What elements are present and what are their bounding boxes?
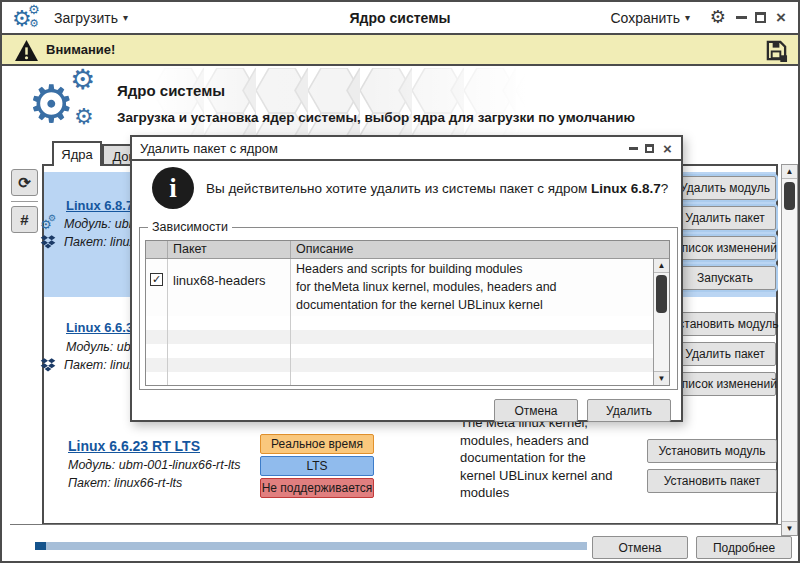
refresh-button[interactable]: ⟳ — [11, 169, 38, 196]
table-row — [146, 358, 669, 372]
save-menu-label: Сохранить — [610, 10, 680, 26]
page-gears-icon: ⚙ ⚙ ⚙ — [28, 70, 114, 142]
sidebar-divider — [11, 201, 38, 202]
install-package-button[interactable]: Установить пакет — [647, 469, 777, 493]
changelog-button[interactable]: Список изменений — [674, 372, 776, 396]
numbering-button[interactable]: # — [11, 206, 38, 233]
content-bottom-border — [10, 524, 781, 525]
delete-kernel-dialog: Удалить пакет с ядром × i Вы действитель… — [130, 135, 683, 422]
badge-lts: LTS — [260, 456, 374, 476]
kernel-3-description: The Meta linux kernel, modules, headers … — [460, 414, 620, 502]
progress-fill — [35, 542, 46, 550]
minimize-button[interactable] — [732, 2, 750, 33]
run-button[interactable]: Запускать — [674, 266, 776, 290]
warning-text: Внимание! — [46, 42, 115, 57]
dialog-close-button[interactable]: × — [660, 137, 675, 159]
chevron-down-icon: ▾ — [123, 12, 128, 23]
maximize-button[interactable] — [751, 2, 769, 33]
dialog-maximize-button[interactable] — [642, 137, 657, 159]
warning-bar: Внимание! — [2, 35, 798, 66]
remove-package-button[interactable]: Удалить пакет — [674, 206, 776, 230]
hash-icon: # — [20, 211, 28, 228]
title-bar: ⚙ ⚙ ⚙ Загрузить ▾ Ядро системы Сохранить… — [2, 2, 798, 35]
hexagon-fade — [152, 68, 542, 140]
dialog-cancel-button[interactable]: Отмена — [494, 399, 578, 422]
table-header: Пакет Описание — [146, 241, 669, 259]
badge-realtime: Реальное время — [260, 434, 374, 454]
dialog-minimize-button[interactable] — [626, 137, 641, 159]
remove-package-button[interactable]: Удалить пакет — [674, 342, 776, 366]
checkbox-column-header — [146, 241, 168, 258]
badge-unsupported: Не поддерживается — [260, 478, 374, 498]
settings-gear-icon[interactable]: ⚙ — [710, 8, 726, 26]
main-scrollbar[interactable]: ▲ ▼ — [781, 164, 798, 536]
footer-cancel-button[interactable]: Отмена — [592, 536, 688, 559]
dependencies-group: Зависимости Пакет Описание ✓ linux68-hea… — [139, 220, 678, 390]
table-row — [146, 344, 669, 358]
page-title: Ядро системы — [117, 82, 225, 99]
dependency-checkbox[interactable]: ✓ — [150, 273, 163, 286]
scroll-thumb[interactable] — [784, 182, 795, 210]
scroll-thumb[interactable] — [656, 275, 667, 313]
tab-kernels[interactable]: Ядра — [52, 141, 102, 166]
dialog-title-bar: Удалить пакет с ядром × — [132, 137, 681, 161]
description-column-header: Описание — [291, 241, 669, 258]
table-row[interactable]: ✓ linux68-headers Headers and scripts fo… — [146, 259, 669, 316]
scroll-down-icon[interactable]: ▼ — [782, 521, 797, 535]
install-module-button[interactable]: Установить модуль — [647, 439, 777, 463]
module-gears-icon: ⚙ ⚙ — [40, 216, 58, 232]
dependency-description: Headers and scripts for building modules… — [291, 259, 669, 316]
info-icon: i — [152, 167, 194, 209]
table-row — [146, 330, 669, 344]
dependencies-label: Зависимости — [148, 220, 232, 234]
package-icon — [40, 234, 56, 250]
dialog-title: Удалить пакет с ядром — [140, 141, 278, 156]
load-menu-label: Загрузить — [54, 10, 118, 26]
install-module-button[interactable]: Установить модуль — [674, 312, 776, 336]
table-row — [146, 372, 669, 386]
footer-details-button[interactable]: Подробнее — [696, 536, 792, 559]
dependency-package-name: linux68-headers — [168, 259, 291, 316]
refresh-icon: ⟳ — [18, 174, 31, 192]
kernel-3-module: Модуль: ubm-001-linux66-rt-lts — [68, 458, 240, 472]
kernel-link-1[interactable]: Linux 6.8.7 — [66, 198, 133, 213]
load-menu-button[interactable]: Загрузить ▾ — [54, 2, 128, 33]
save-disk-icon[interactable] — [765, 39, 788, 62]
remove-module-button[interactable]: Удалить модуль — [674, 176, 776, 200]
table-scrollbar[interactable]: ▲ ▼ — [653, 259, 669, 385]
close-button[interactable]: × — [772, 2, 790, 33]
kernel-3-package: Пакет: linux66-rt-lts — [68, 476, 182, 490]
app-gears-icon: ⚙ ⚙ ⚙ — [12, 4, 46, 32]
dependencies-table: Пакет Описание ✓ linux68-headers Headers… — [145, 240, 670, 386]
page-subtitle: Загрузка и установка ядер системы, выбор… — [117, 110, 635, 125]
package-icon — [40, 357, 56, 373]
app-window: ⚙ ⚙ ⚙ Загрузить ▾ Ядро системы Сохранить… — [0, 0, 800, 563]
dialog-message: Вы действительно хотите удалить из систе… — [206, 181, 668, 196]
save-menu-button[interactable]: Сохранить ▾ — [610, 2, 690, 33]
scroll-up-icon[interactable]: ▲ — [782, 165, 797, 179]
scroll-up-icon[interactable]: ▲ — [654, 259, 669, 273]
scroll-down-icon[interactable]: ▼ — [654, 371, 669, 385]
changelog-button[interactable]: Список изменений — [674, 236, 776, 260]
table-row — [146, 316, 669, 330]
warning-icon — [14, 39, 39, 62]
package-column-header: Пакет — [168, 241, 291, 258]
progress-bar — [35, 542, 587, 550]
kernel-link-3[interactable]: Linux 6.6.23 RT LTS — [68, 438, 200, 454]
chevron-down-icon: ▾ — [685, 12, 690, 23]
dialog-delete-button[interactable]: Удалить — [587, 399, 671, 422]
